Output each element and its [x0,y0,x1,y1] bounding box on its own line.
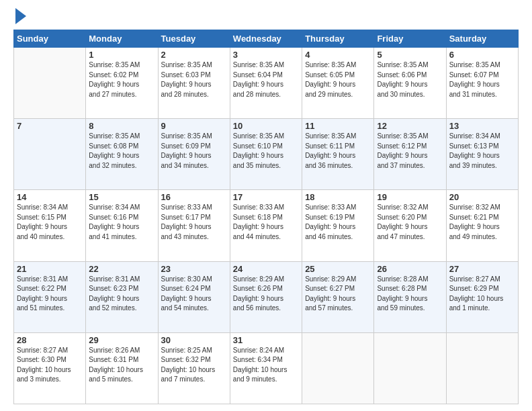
day-info: Sunrise: 8:34 AM Sunset: 6:13 PM Dayligh… [449,132,515,171]
calendar-week-4: 21Sunrise: 8:31 AM Sunset: 6:22 PM Dayli… [14,261,519,332]
day-number: 18 [305,192,371,202]
day-number: 2 [161,50,227,60]
day-info: Sunrise: 8:35 AM Sunset: 6:07 PM Dayligh… [449,60,515,99]
calendar-cell: 31Sunrise: 8:24 AM Sunset: 6:34 PM Dayli… [230,332,302,404]
day-info: Sunrise: 8:27 AM Sunset: 6:29 PM Dayligh… [449,275,515,314]
day-info: Sunrise: 8:33 AM Sunset: 6:17 PM Dayligh… [161,203,227,242]
day-number: 6 [449,50,515,60]
day-number: 19 [377,192,443,202]
day-number: 13 [449,121,515,131]
calendar-cell: 27Sunrise: 8:27 AM Sunset: 6:29 PM Dayli… [446,261,518,332]
calendar-cell: 6Sunrise: 8:35 AM Sunset: 6:07 PM Daylig… [446,48,518,119]
day-info: Sunrise: 8:25 AM Sunset: 6:32 PM Dayligh… [161,346,227,385]
day-number: 15 [89,192,154,202]
day-number: 10 [233,121,299,131]
calendar-cell: 24Sunrise: 8:29 AM Sunset: 6:26 PM Dayli… [230,261,302,332]
calendar-cell [446,332,518,404]
calendar-cell: 23Sunrise: 8:30 AM Sunset: 6:24 PM Dayli… [158,261,230,332]
day-info: Sunrise: 8:32 AM Sunset: 6:21 PM Dayligh… [449,203,515,242]
day-number: 7 [17,121,83,131]
day-number: 24 [233,264,299,274]
logo-arrow-icon [15,8,26,24]
day-number: 26 [377,264,443,274]
weekday-header-tuesday: Tuesday [158,30,230,48]
calendar-cell: 17Sunrise: 8:33 AM Sunset: 6:18 PM Dayli… [230,190,302,261]
day-info: Sunrise: 8:32 AM Sunset: 6:20 PM Dayligh… [377,203,443,242]
day-info: Sunrise: 8:35 AM Sunset: 6:02 PM Dayligh… [89,60,154,99]
day-info: Sunrise: 8:29 AM Sunset: 6:27 PM Dayligh… [305,275,371,314]
day-number: 8 [89,121,154,131]
day-info: Sunrise: 8:31 AM Sunset: 6:22 PM Dayligh… [17,275,83,314]
day-info: Sunrise: 8:24 AM Sunset: 6:34 PM Dayligh… [233,346,299,385]
weekday-header-wednesday: Wednesday [230,30,302,48]
calendar-week-5: 28Sunrise: 8:27 AM Sunset: 6:30 PM Dayli… [14,332,519,404]
day-info: Sunrise: 8:35 AM Sunset: 6:06 PM Dayligh… [377,60,443,99]
day-info: Sunrise: 8:35 AM Sunset: 6:08 PM Dayligh… [89,132,154,171]
day-number: 23 [161,264,227,274]
day-info: Sunrise: 8:33 AM Sunset: 6:18 PM Dayligh… [233,203,299,242]
day-number: 1 [89,50,154,60]
calendar-cell: 19Sunrise: 8:32 AM Sunset: 6:20 PM Dayli… [374,190,446,261]
day-info: Sunrise: 8:30 AM Sunset: 6:24 PM Dayligh… [161,275,227,314]
day-info: Sunrise: 8:31 AM Sunset: 6:23 PM Dayligh… [89,275,154,314]
day-number: 28 [17,335,83,345]
day-info: Sunrise: 8:27 AM Sunset: 6:30 PM Dayligh… [17,346,83,385]
calendar-week-3: 14Sunrise: 8:34 AM Sunset: 6:15 PM Dayli… [14,190,519,261]
day-info: Sunrise: 8:35 AM Sunset: 6:09 PM Dayligh… [161,132,227,171]
calendar-cell: 10Sunrise: 8:35 AM Sunset: 6:10 PM Dayli… [230,119,302,190]
calendar-cell [302,332,374,404]
calendar-cell: 26Sunrise: 8:28 AM Sunset: 6:28 PM Dayli… [374,261,446,332]
calendar-cell: 22Sunrise: 8:31 AM Sunset: 6:23 PM Dayli… [86,261,158,332]
calendar-week-1: 1Sunrise: 8:35 AM Sunset: 6:02 PM Daylig… [14,48,519,119]
calendar-cell: 15Sunrise: 8:34 AM Sunset: 6:16 PM Dayli… [86,190,158,261]
day-info: Sunrise: 8:35 AM Sunset: 6:11 PM Dayligh… [305,132,371,171]
calendar-cell: 30Sunrise: 8:25 AM Sunset: 6:32 PM Dayli… [158,332,230,404]
weekday-header-sunday: Sunday [14,30,86,48]
calendar-cell: 4Sunrise: 8:35 AM Sunset: 6:05 PM Daylig… [302,48,374,119]
calendar-cell [14,48,86,119]
calendar-week-2: 78Sunrise: 8:35 AM Sunset: 6:08 PM Dayli… [14,119,519,190]
day-number: 25 [305,264,371,274]
page: SundayMondayTuesdayWednesdayThursdayFrid… [0,0,532,411]
calendar-cell: 3Sunrise: 8:35 AM Sunset: 6:04 PM Daylig… [230,48,302,119]
day-number: 17 [233,192,299,202]
calendar-cell: 29Sunrise: 8:26 AM Sunset: 6:31 PM Dayli… [86,332,158,404]
day-number: 21 [17,264,83,274]
calendar-table: SundayMondayTuesdayWednesdayThursdayFrid… [13,30,519,404]
day-info: Sunrise: 8:29 AM Sunset: 6:26 PM Dayligh… [233,275,299,314]
day-number: 5 [377,50,443,60]
day-number: 11 [305,121,371,131]
day-number: 31 [233,335,299,345]
calendar-cell: 7 [14,119,86,190]
day-info: Sunrise: 8:35 AM Sunset: 6:03 PM Dayligh… [161,60,227,99]
day-number: 4 [305,50,371,60]
calendar-cell: 8Sunrise: 8:35 AM Sunset: 6:08 PM Daylig… [86,119,158,190]
calendar-cell: 11Sunrise: 8:35 AM Sunset: 6:11 PM Dayli… [302,119,374,190]
calendar-cell: 1Sunrise: 8:35 AM Sunset: 6:02 PM Daylig… [86,48,158,119]
day-info: Sunrise: 8:35 AM Sunset: 6:12 PM Dayligh… [377,132,443,171]
calendar-cell [374,332,446,404]
logo [13,11,26,24]
day-info: Sunrise: 8:28 AM Sunset: 6:28 PM Dayligh… [377,275,443,314]
day-info: Sunrise: 8:35 AM Sunset: 6:10 PM Dayligh… [233,132,299,171]
day-number: 27 [449,264,515,274]
calendar-cell: 12Sunrise: 8:35 AM Sunset: 6:12 PM Dayli… [374,119,446,190]
day-number: 22 [89,264,154,274]
day-number: 9 [161,121,227,131]
calendar-cell: 14Sunrise: 8:34 AM Sunset: 6:15 PM Dayli… [14,190,86,261]
weekday-header-saturday: Saturday [446,30,518,48]
weekday-header-monday: Monday [86,30,158,48]
day-info: Sunrise: 8:35 AM Sunset: 6:05 PM Dayligh… [305,60,371,99]
weekday-header-row: SundayMondayTuesdayWednesdayThursdayFrid… [14,30,519,48]
day-number: 14 [17,192,83,202]
calendar-cell: 13Sunrise: 8:34 AM Sunset: 6:13 PM Dayli… [446,119,518,190]
calendar-cell: 5Sunrise: 8:35 AM Sunset: 6:06 PM Daylig… [374,48,446,119]
calendar-cell: 20Sunrise: 8:32 AM Sunset: 6:21 PM Dayli… [446,190,518,261]
calendar-cell: 16Sunrise: 8:33 AM Sunset: 6:17 PM Dayli… [158,190,230,261]
calendar-cell: 9Sunrise: 8:35 AM Sunset: 6:09 PM Daylig… [158,119,230,190]
day-info: Sunrise: 8:34 AM Sunset: 6:16 PM Dayligh… [89,203,154,242]
day-info: Sunrise: 8:35 AM Sunset: 6:04 PM Dayligh… [233,60,299,99]
day-info: Sunrise: 8:34 AM Sunset: 6:15 PM Dayligh… [17,203,83,242]
day-number: 20 [449,192,515,202]
weekday-header-thursday: Thursday [302,30,374,48]
